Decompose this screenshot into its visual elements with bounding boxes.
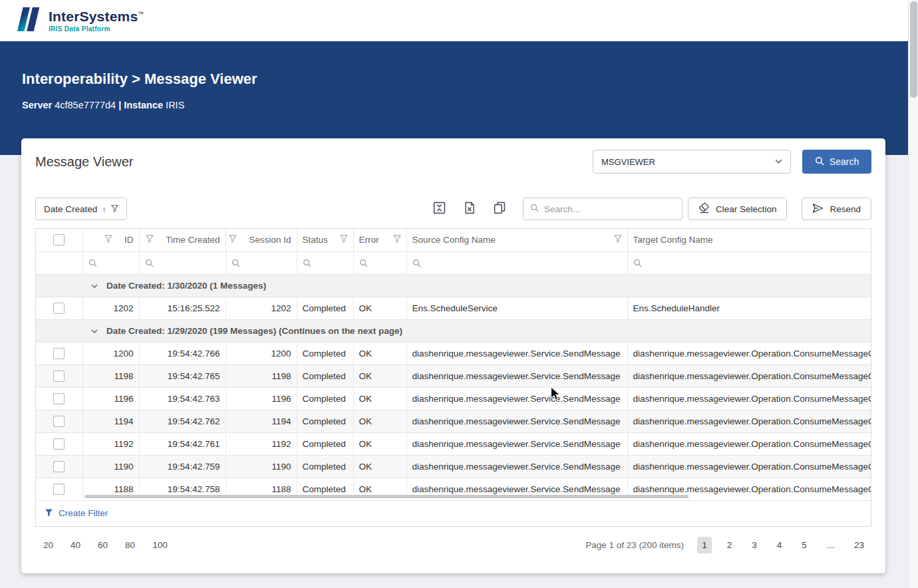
row-checkbox[interactable] — [53, 393, 65, 404]
message-grid: IDTime CreatedSession IdStatusErrorSourc… — [35, 228, 871, 527]
filter-icon[interactable] — [614, 235, 622, 245]
cell-source-config-name: diashenrique.messageviewer.Service.SendM… — [406, 455, 627, 478]
filter-icon[interactable] — [340, 235, 348, 245]
filter-input-status[interactable] — [297, 251, 353, 274]
message-viewer-panel: Message Viewer MSGVIEWER Search Date Cre… — [21, 138, 885, 573]
vertical-scrollbar-thumb[interactable] — [910, 1, 917, 98]
cell-target-config-name: diashenrique.messageviewer.Operation.Con… — [627, 342, 871, 365]
vertical-scrollbar[interactable] — [908, 0, 918, 588]
column-header-time-created[interactable]: Time Created — [139, 229, 226, 251]
horizontal-scrollbar[interactable] — [84, 495, 688, 498]
row-checkbox[interactable] — [53, 484, 65, 495]
column-label: Time Created — [166, 235, 220, 245]
search-box[interactable] — [523, 198, 683, 220]
filter-cell-empty — [36, 251, 82, 274]
table-row[interactable]: 119819:54:42.7651198CompletedOKdiashenri… — [36, 365, 871, 387]
copy-button[interactable] — [492, 200, 507, 218]
cell-target-config-name: diashenrique.messageviewer.Operation.Con… — [627, 365, 871, 387]
column-header-session-id[interactable]: Session Id — [226, 229, 297, 251]
column-header-status[interactable]: Status — [297, 229, 353, 251]
table-row[interactable]: 119019:54:42.7591190CompletedOKdiashenri… — [36, 455, 871, 478]
filter-input-target-config-name[interactable] — [627, 251, 871, 274]
column-header-target-config-name[interactable]: Target Config Name — [627, 229, 871, 251]
row-checkbox-cell[interactable] — [36, 342, 82, 365]
cell-session-id: 1200 — [226, 342, 297, 365]
select-all-checkbox-cell[interactable] — [36, 229, 82, 251]
row-checkbox-cell[interactable] — [36, 478, 82, 500]
filter-input-error[interactable] — [353, 251, 406, 274]
cell-error: OK — [353, 297, 406, 319]
cell-session-id: 1194 — [226, 410, 297, 432]
export-excel-icon — [464, 202, 475, 216]
collapse-all-button[interactable] — [432, 200, 447, 218]
row-checkbox[interactable] — [53, 348, 65, 359]
search-input[interactable] — [544, 204, 675, 214]
row-checkbox[interactable] — [53, 370, 65, 382]
export-excel-button[interactable] — [463, 200, 476, 218]
cell-session-id: 1192 — [226, 432, 297, 455]
search-button[interactable]: Search — [802, 150, 871, 174]
filter-input-session-id[interactable] — [226, 251, 297, 274]
column-header-source-config-name[interactable]: Source Config Name — [406, 229, 627, 251]
select-all-checkbox[interactable] — [53, 234, 65, 245]
row-checkbox-cell[interactable] — [36, 410, 82, 432]
server-value: 4cf85e7777d4 — [55, 100, 116, 110]
page-button-5[interactable]: 5 — [797, 537, 812, 553]
cell-time-created: 19:54:42.762 — [139, 410, 226, 432]
cell-source-config-name: diashenrique.messageviewer.Service.SendM… — [406, 432, 627, 455]
filter-icon[interactable] — [393, 235, 401, 245]
server-instance-line: Server 4cf85e7777d4 | Instance IRIS — [22, 100, 918, 110]
row-checkbox-cell[interactable] — [36, 297, 82, 319]
clear-selection-button[interactable]: Clear Selection — [688, 198, 788, 220]
page-size-20[interactable]: 20 — [43, 540, 53, 550]
filter-icon[interactable] — [229, 235, 237, 245]
column-header-error[interactable]: Error — [353, 229, 406, 251]
page-button-3[interactable]: 3 — [747, 537, 762, 553]
row-checkbox-cell[interactable] — [36, 387, 82, 410]
table-row[interactable]: 120019:54:42.7661200CompletedOKdiashenri… — [36, 342, 871, 365]
cell-id: 1192 — [82, 432, 139, 455]
create-filter-button[interactable]: Create Filter — [36, 501, 871, 526]
column-label: Error — [359, 235, 379, 245]
filter-icon[interactable] — [104, 235, 112, 245]
collapse-all-icon — [433, 202, 446, 216]
table-row[interactable]: 120215:16:25.5221202CompletedOKEns.Sched… — [36, 297, 871, 319]
table-row[interactable]: 119619:54:42.7631196CompletedOKdiashenri… — [36, 387, 871, 410]
row-checkbox[interactable] — [53, 416, 65, 427]
page-button-1[interactable]: 1 — [697, 537, 712, 553]
row-checkbox-cell[interactable] — [36, 432, 82, 455]
page-size-80[interactable]: 80 — [125, 540, 135, 550]
cell-time-created: 19:54:42.766 — [139, 342, 226, 365]
page-button-4[interactable]: 4 — [772, 537, 787, 553]
table-row[interactable]: 119219:54:42.7611192CompletedOKdiashenri… — [36, 432, 871, 455]
intersystems-logo-icon — [17, 5, 43, 36]
group-row[interactable]: Date Created: 1/29/2020 (199 Messages) (… — [36, 319, 871, 342]
cell-time-created: 19:54:42.765 — [139, 365, 226, 387]
filter-input-source-config-name[interactable] — [406, 251, 627, 274]
table-row[interactable]: 119419:54:42.7621194CompletedOKdiashenri… — [36, 410, 871, 432]
column-header-id[interactable]: ID — [82, 229, 139, 251]
group-row[interactable]: Date Created: 1/30/2020 (1 Messages) — [36, 274, 871, 297]
page-size-40[interactable]: 40 — [71, 540, 80, 550]
filter-icon[interactable] — [146, 235, 154, 245]
row-checkbox[interactable] — [53, 461, 65, 472]
row-checkbox[interactable] — [53, 303, 65, 314]
connection-select[interactable]: MSGVIEWER — [593, 150, 791, 174]
chevron-down-icon[interactable] — [91, 326, 98, 336]
column-label: Session Id — [249, 235, 291, 245]
row-checkbox-cell[interactable] — [36, 455, 82, 478]
server-label: Server — [22, 100, 52, 110]
page-size-100[interactable]: 100 — [152, 540, 168, 550]
row-checkbox[interactable] — [53, 438, 65, 450]
copy-icon — [494, 202, 506, 216]
page-size-60[interactable]: 60 — [98, 540, 108, 550]
cell-session-id: 1190 — [226, 455, 297, 478]
chevron-down-icon[interactable] — [91, 281, 98, 291]
resend-button[interactable]: Resend — [802, 198, 871, 220]
page-button-2[interactable]: 2 — [722, 537, 737, 553]
page-button-23[interactable]: 23 — [849, 537, 869, 553]
filter-input-time-created[interactable] — [139, 251, 226, 274]
filter-input-id[interactable] — [82, 251, 139, 274]
row-checkbox-cell[interactable] — [36, 365, 82, 387]
sort-date-created-button[interactable]: Date Created ↑ — [35, 198, 127, 220]
